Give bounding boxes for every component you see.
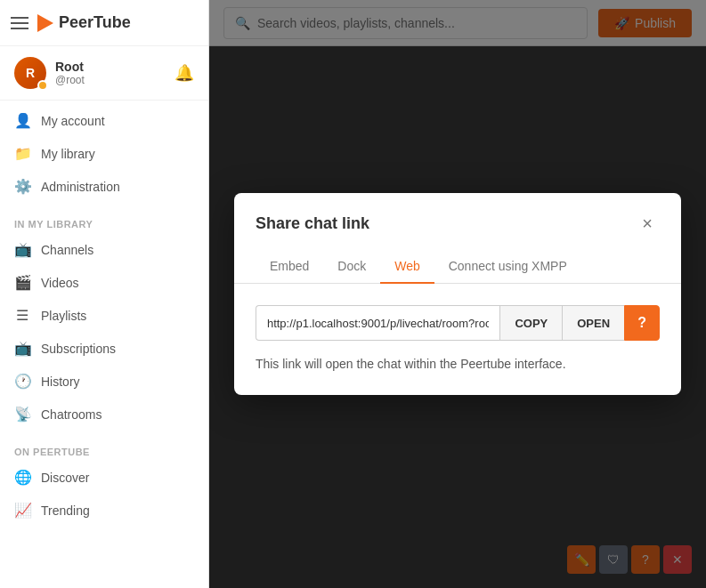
sidebar-item-my-account[interactable]: 👤 My account (0, 104, 208, 137)
logo-icon (37, 14, 53, 32)
sidebar-item-chatrooms[interactable]: 📡 Chatrooms (0, 398, 208, 431)
sidebar-item-videos[interactable]: 🎬 Videos (0, 266, 208, 299)
on-peertube-label: ON PEERTUBE (0, 438, 208, 461)
modal-header: Share chat link × (234, 193, 681, 250)
sidebar-item-label: Channels (41, 243, 93, 257)
app-name: PeerTube (59, 13, 131, 32)
discover-icon: 🌐 (14, 469, 30, 486)
sidebar-item-label: Trending (41, 503, 90, 518)
videos-icon: 🎬 (14, 274, 30, 291)
modal-tabs: Embed Dock Web Connect using XMPP (234, 250, 681, 284)
in-my-library-label: IN MY LIBRARY (0, 210, 208, 233)
avatar: R (14, 57, 46, 89)
close-icon: × (642, 213, 653, 234)
administration-icon: ⚙️ (14, 178, 30, 195)
open-label: OPEN (577, 317, 610, 330)
sidebar-item-label: History (41, 375, 80, 389)
on-peertube-section: ON PEERTUBE 🌐 Discover 📈 Trending (0, 434, 208, 530)
sidebar-item-label: Videos (41, 276, 79, 290)
question-mark-icon: ? (637, 315, 646, 331)
chatrooms-icon: 📡 (14, 406, 30, 423)
user-info[interactable]: R Root @root (14, 57, 85, 89)
url-row: COPY OPEN ? (256, 305, 660, 341)
avatar-badge (37, 80, 48, 91)
notifications-bell-icon[interactable]: 🔔 (174, 63, 194, 83)
sidebar-item-subscriptions[interactable]: 📺 Subscriptions (0, 332, 208, 365)
modal-overlay: Share chat link × Embed Dock Web Connect… (209, 0, 706, 588)
sidebar-item-my-library[interactable]: 📁 My library (0, 137, 208, 170)
channels-icon: 📺 (14, 241, 30, 258)
user-names: Root @root (55, 60, 85, 86)
url-input[interactable] (256, 305, 500, 341)
history-icon: 🕐 (14, 373, 30, 390)
subscriptions-icon: 📺 (14, 340, 30, 357)
sidebar-item-history[interactable]: 🕐 History (0, 365, 208, 398)
sidebar-item-label: Discover (41, 471, 89, 485)
top-nav-section: 👤 My account 📁 My library ⚙️ Administrat… (0, 101, 208, 206)
trending-icon: 📈 (14, 502, 30, 519)
logo: PeerTube (37, 13, 131, 32)
sidebar-item-trending[interactable]: 📈 Trending (0, 494, 208, 527)
user-display-name: Root (55, 60, 85, 74)
copy-label: COPY (515, 317, 548, 330)
copy-button[interactable]: COPY (499, 305, 562, 341)
library-section: IN MY LIBRARY 📺 Channels 🎬 Videos ☰ Play… (0, 206, 208, 434)
user-handle: @root (55, 74, 85, 86)
sidebar-item-label: Subscriptions (41, 342, 116, 356)
sidebar-item-playlists[interactable]: ☰ Playlists (0, 299, 208, 332)
sidebar-item-label: My library (41, 147, 95, 161)
modal-close-button[interactable]: × (635, 211, 660, 236)
sidebar-item-channels[interactable]: 📺 Channels (0, 233, 208, 266)
tab-web[interactable]: Web (380, 250, 434, 284)
help-button[interactable]: ? (624, 305, 660, 341)
hamburger-menu-button[interactable] (11, 17, 28, 29)
sidebar-item-label: Playlists (41, 309, 86, 323)
modal-body: COPY OPEN ? This link will open the chat… (234, 284, 681, 395)
sidebar-item-administration[interactable]: ⚙️ Administration (0, 170, 208, 203)
sidebar-item-label: My account (41, 114, 105, 128)
modal-title: Share chat link (256, 214, 369, 233)
my-account-icon: 👤 (14, 112, 30, 129)
modal-description: This link will open the chat within the … (256, 355, 660, 374)
sidebar: PeerTube R Root @root 🔔 👤 My account 📁 M… (0, 0, 209, 588)
sidebar-item-label: Chatrooms (41, 407, 101, 422)
open-button[interactable]: OPEN (562, 305, 624, 341)
sidebar-item-discover[interactable]: 🌐 Discover (0, 461, 208, 494)
tab-connect-xmpp[interactable]: Connect using XMPP (434, 250, 581, 284)
playlists-icon: ☰ (14, 307, 30, 324)
sidebar-item-label: Administration (41, 180, 120, 194)
main-area: 🔍 🚀 Publish Share chat link (209, 0, 706, 588)
sidebar-header: PeerTube (0, 0, 208, 46)
tab-embed[interactable]: Embed (256, 250, 323, 284)
my-library-icon: 📁 (14, 145, 30, 162)
share-chat-link-modal: Share chat link × Embed Dock Web Connect… (234, 193, 681, 395)
tab-dock[interactable]: Dock (323, 250, 380, 284)
user-section: R Root @root 🔔 (0, 46, 208, 101)
